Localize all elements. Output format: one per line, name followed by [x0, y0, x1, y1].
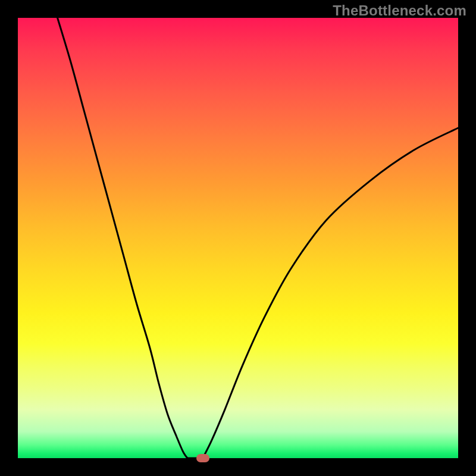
bottleneck-marker: [196, 454, 209, 462]
curve-left: [58, 18, 187, 458]
chart-frame: TheBottleneck.com: [0, 0, 476, 476]
attribution-text: TheBottleneck.com: [333, 2, 466, 19]
curve-svg: [18, 18, 458, 458]
plot-area: [18, 18, 458, 458]
curve-right: [203, 128, 458, 458]
